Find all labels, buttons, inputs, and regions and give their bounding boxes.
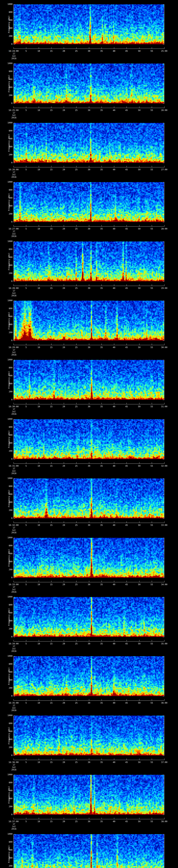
x-tick-label: 10 (37, 287, 40, 289)
x-tick (139, 344, 140, 345)
y-tick-right (164, 692, 164, 692)
x-tick-label: 40 (113, 643, 115, 645)
x-tick (114, 521, 114, 523)
spectrogram-panel: Frequency (Hz) 0200400600800100016:30:00… (0, 355, 178, 415)
y-tick-label: 400 (4, 86, 12, 89)
x-tick-label: 25 (75, 346, 78, 349)
x-tick-label: 45 (125, 702, 128, 704)
y-tick-label: 1000 (4, 833, 12, 835)
y-tick-left (14, 775, 15, 775)
y-tick-label: 0 (4, 102, 12, 104)
x-tick-label: 20 (63, 584, 65, 586)
x-tick (164, 166, 165, 167)
x-tick-label: 50 (138, 109, 141, 112)
x-tick-label: 10 (37, 465, 40, 467)
x-end-time-label: 32:00 (161, 465, 168, 467)
spectrogram-panel: Frequency (Hz) 0200400600800100016:29:00… (0, 296, 178, 355)
y-tick-label: 800 (4, 189, 12, 191)
y-tick-label: 0 (4, 43, 12, 45)
x-tick (51, 581, 52, 582)
x-end-time-label: 33:00 (161, 524, 168, 526)
y-tick-right (163, 131, 164, 131)
x-tick-label: 45 (125, 406, 128, 408)
x-tick-label: 30 (88, 406, 90, 408)
x-tick-label: 55 (151, 643, 153, 645)
x-tick-label: 35 (100, 584, 103, 586)
y-tick-right (164, 609, 164, 609)
y-tick-left (14, 538, 15, 538)
spectrogram-canvas (13, 716, 164, 755)
x-tick (13, 403, 14, 404)
y-tick-left (14, 423, 14, 424)
x-tick-label: 45 (125, 761, 128, 764)
x-tick-label: 15 (50, 168, 53, 171)
x-tick-label: 5 (25, 643, 27, 645)
x-tick (139, 403, 140, 404)
date-line: 17 (13, 53, 15, 55)
x-axis-line (13, 641, 165, 642)
x-tick-label: 20 (63, 346, 65, 349)
x-tick (64, 462, 64, 464)
x-tick (13, 521, 14, 523)
x-tick-label: 10 (37, 50, 40, 52)
x-tick (13, 581, 14, 582)
x-tick-label: 35 (100, 50, 103, 52)
y-tick-right (163, 807, 164, 807)
y-tick-label: 400 (4, 264, 12, 267)
y-tick-label: 0 (4, 754, 12, 756)
y-tick-label: 800 (4, 11, 12, 13)
x-tick (89, 47, 89, 49)
x-tick (13, 47, 14, 49)
x-tick-label: 45 (125, 287, 128, 289)
x-tick-label: 30 (88, 50, 90, 52)
y-tick-right (164, 245, 164, 246)
y-tick-label: 1000 (4, 181, 12, 183)
y-tick-right (163, 554, 164, 554)
x-tick (114, 758, 114, 760)
x-tick-label: 20 (63, 465, 65, 467)
x-tick-label: 55 (151, 406, 153, 408)
x-tick-label: 15 (50, 761, 53, 764)
x-tick (139, 225, 140, 226)
y-tick-left (14, 633, 14, 633)
x-tick-label: 50 (138, 168, 141, 171)
y-tick-right (163, 376, 164, 376)
x-tick (26, 699, 26, 701)
x-tick (13, 166, 14, 167)
y-tick-label: 400 (4, 679, 12, 681)
x-tick-label: 30 (88, 346, 90, 349)
x-tick (51, 640, 52, 641)
x-tick-label: 30 (88, 702, 90, 704)
x-tick (101, 699, 102, 701)
y-tick-label: 0 (4, 517, 12, 519)
x-tick-label: 10 (37, 346, 40, 349)
x-tick (89, 818, 89, 819)
y-tick-label: 200 (4, 35, 12, 37)
x-tick-label: 25 (75, 761, 78, 764)
x-tick (139, 758, 140, 760)
x-tick (51, 284, 52, 286)
y-tick-left (14, 660, 14, 660)
x-tick-label: 50 (138, 584, 141, 586)
y-tick-label: 400 (4, 146, 12, 148)
y-tick-left (14, 490, 14, 491)
x-tick (39, 699, 39, 701)
y-tick-left (14, 747, 15, 748)
y-tick-right (164, 490, 164, 491)
y-tick-left (14, 44, 15, 44)
y-tick-left (14, 305, 14, 305)
y-tick-label: 800 (4, 130, 12, 132)
x-tick-label: 25 (75, 584, 78, 586)
date-line: 17 (13, 823, 15, 825)
x-tick (101, 166, 102, 167)
x-tick (39, 344, 39, 345)
date-line: 17 (13, 408, 15, 410)
y-tick-left (14, 143, 14, 143)
y-tick-right (163, 688, 164, 688)
y-tick-label: 200 (4, 509, 12, 512)
y-tick-left (14, 309, 15, 309)
x-tick-label: 25 (75, 524, 78, 526)
x-start-time-label: 16:37:00 (8, 820, 19, 823)
y-tick-label: 800 (4, 485, 12, 488)
x-tick (13, 225, 14, 226)
